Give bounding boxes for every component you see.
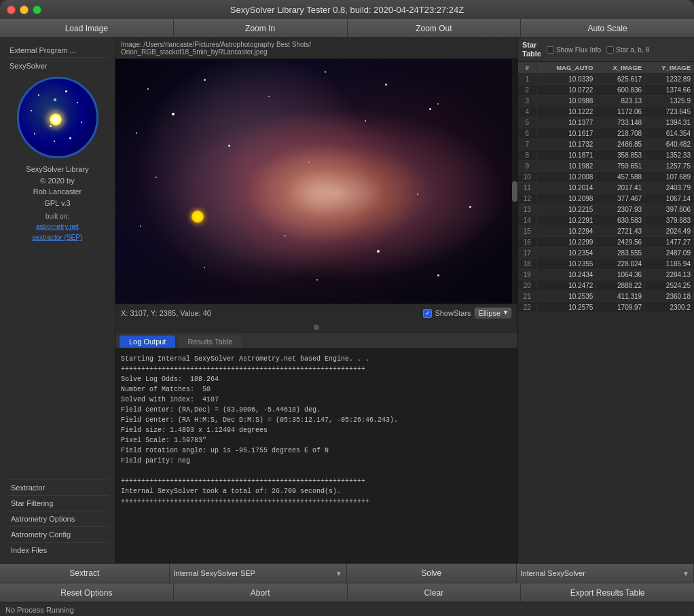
- sidebar-item-star-filtering[interactable]: Star Filtering: [5, 495, 109, 511]
- sidebar-item-astrometry-options[interactable]: Astrometry Options: [5, 511, 109, 526]
- solver-method-select-wrapper[interactable]: Internal SexySolver SEP ▼: [170, 564, 348, 583]
- table-row[interactable]: 11 10.2014 2017.41 2403.79: [518, 183, 694, 194]
- star-ab-checkbox[interactable]: [606, 46, 614, 54]
- splitter[interactable]: [115, 322, 517, 333]
- solver-engine-select-wrapper[interactable]: Internal SexySolver ▼: [517, 564, 695, 583]
- cell-y: 1185.94: [645, 259, 694, 270]
- sidebar-item-ext-program[interactable]: External Program ...: [5, 43, 109, 58]
- cell-mag: 10.2472: [536, 280, 596, 291]
- close-button[interactable]: [7, 5, 16, 14]
- table-row[interactable]: 14 10.2291 630.583 379.683: [518, 215, 694, 226]
- table-row[interactable]: 1 10.0339 625.617 1232.89: [518, 74, 694, 85]
- show-flux-checkbox[interactable]: [547, 46, 554, 54]
- cell-y: 107.689: [645, 172, 694, 183]
- solver-engine-select[interactable]: Internal SexySolver: [521, 569, 690, 577]
- show-flux-checkbox-row[interactable]: Show Flux Info: [547, 46, 601, 54]
- table-row[interactable]: 9 10.1982 759.651 1257.75: [518, 161, 694, 172]
- clear-button[interactable]: Clear: [348, 583, 522, 602]
- show-stars-label: ShowStars: [435, 309, 471, 317]
- table-row[interactable]: 13 10.2215 2307.93 397.606: [518, 204, 694, 215]
- cell-mag: 10.0722: [536, 85, 596, 96]
- image-container[interactable]: [115, 59, 517, 304]
- table-row[interactable]: 21 10.2535 411.319 2360.18: [518, 291, 694, 302]
- table-row[interactable]: 10 10.2008 457.588 107.689: [518, 172, 694, 183]
- sextractor-link[interactable]: sextractor (SEP): [33, 232, 82, 243]
- sidebar-item-astrometry-config[interactable]: Astrometry Config: [5, 526, 109, 542]
- table-row[interactable]: 4 10.1222 1172.06 723.645: [518, 107, 694, 117]
- cell-mag: 10.1732: [536, 139, 596, 150]
- reset-options-button[interactable]: Reset Options: [0, 583, 174, 602]
- table-row[interactable]: 19 10.2434 1064.36 2284.13: [518, 270, 694, 280]
- image-scrollbar-vertical[interactable]: [512, 59, 517, 304]
- minimize-button[interactable]: [20, 5, 29, 14]
- table-row[interactable]: 15 10.2294 2721.43 2024.49: [518, 226, 694, 237]
- cell-x: 457.588: [596, 172, 645, 183]
- table-row[interactable]: 18 10.2355 228.024 1185.94: [518, 259, 694, 270]
- cell-mag: 10.2299: [536, 237, 596, 248]
- table-row[interactable]: 20 10.2472 2888.22 2524.25: [518, 280, 694, 291]
- cell-y: 1374.66: [645, 85, 694, 96]
- cell-num: 20: [518, 280, 536, 291]
- log-content[interactable]: Starting Internal SexySolver Astrometry.…: [115, 348, 517, 563]
- bottom-row-2: Reset Options Abort Clear Export Results…: [0, 583, 694, 602]
- star-table[interactable]: # MAG_AUTO X_IMAGE Y_IMAGE 1 10.0339 625…: [518, 62, 694, 563]
- cell-num: 6: [518, 128, 536, 139]
- ellipse-dropdown[interactable]: Ellipse ▼: [474, 307, 512, 319]
- tab-results-table[interactable]: Results Table: [178, 336, 242, 348]
- sidebar: External Program ... SexySolver SexySolv…: [0, 38, 115, 563]
- star-table-header: Star Table Show Flux Info Star a, b, θ: [518, 38, 694, 62]
- image-overlay-bottom: X: 3107, Y: 2385, Value: 40 ✓ ShowStars …: [115, 304, 517, 322]
- cell-x: 759.651: [596, 161, 645, 172]
- table-row[interactable]: 22 10.2575 1709.97 2300.2: [518, 302, 694, 313]
- cell-x: 2721.43: [596, 226, 645, 237]
- cell-mag: 10.2098: [536, 194, 596, 204]
- sidebar-item-sextractor[interactable]: Sextractor: [5, 479, 109, 495]
- cell-num: 4: [518, 107, 536, 117]
- cell-x: 600.836: [596, 85, 645, 96]
- star-table-label: Star Table: [522, 41, 541, 58]
- show-stars-control[interactable]: ✓ ShowStars Ellipse ▼: [423, 307, 512, 319]
- window-controls[interactable]: [7, 5, 41, 14]
- solve-button[interactable]: Solve: [347, 564, 517, 583]
- table-row[interactable]: 2 10.0722 600.836 1374.66: [518, 85, 694, 96]
- sidebar-item-sexysolver[interactable]: SexySolver: [5, 60, 109, 71]
- cell-mag: 10.2434: [536, 270, 596, 280]
- star-ab-checkbox-row[interactable]: Star a, b, θ: [606, 46, 649, 54]
- load-image-button[interactable]: Load Image: [0, 19, 174, 37]
- table-row[interactable]: 5 10.1377 733.148 1394.31: [518, 117, 694, 128]
- solver-method-select[interactable]: Internal SexySolver SEP: [174, 569, 343, 577]
- cell-mag: 10.2535: [536, 291, 596, 302]
- logo-circle: [17, 77, 98, 158]
- col-header-y: Y_IMAGE: [645, 62, 694, 74]
- tab-log-output[interactable]: Log Output: [120, 336, 175, 348]
- export-results-button[interactable]: Export Results Table: [521, 583, 694, 602]
- table-row[interactable]: 7 10.1732 2486.85 640.482: [518, 139, 694, 150]
- abort-button[interactable]: Abort: [174, 583, 348, 602]
- table-row[interactable]: 17 10.2354 283.555 2487.09: [518, 248, 694, 259]
- scrollbar-thumb-v[interactable]: [512, 181, 517, 202]
- cell-num: 18: [518, 259, 536, 270]
- cell-x: 228.024: [596, 259, 645, 270]
- cell-x: 1709.97: [596, 302, 645, 313]
- sidebar-item-index-files[interactable]: Index Files: [5, 542, 109, 558]
- table-row[interactable]: 16 10.2299 2429.56 1477.27: [518, 237, 694, 248]
- cell-y: 2284.13: [645, 270, 694, 280]
- astrometry-link[interactable]: astrometry.net: [33, 221, 82, 232]
- table-row[interactable]: 6 10.1617 218.708 614.354: [518, 128, 694, 139]
- cell-num: 8: [518, 150, 536, 161]
- cell-num: 1: [518, 74, 536, 85]
- cell-mag: 10.2014: [536, 183, 596, 194]
- table-row[interactable]: 8 10.1871 358.853 1352.33: [518, 150, 694, 161]
- show-stars-checkbox[interactable]: ✓: [423, 309, 432, 318]
- image-info: Image: /Users/rlancaste/Pictures/Astroph…: [115, 38, 517, 59]
- cell-num: 7: [518, 139, 536, 150]
- table-row[interactable]: 12 10.2098 377.467 1067.14: [518, 194, 694, 204]
- sextract-button[interactable]: Sextract: [0, 564, 170, 583]
- zoom-in-button[interactable]: Zoom In: [174, 19, 348, 37]
- table-row[interactable]: 3 10.0988 823.13 1325.9: [518, 96, 694, 107]
- zoom-out-button[interactable]: Zoom Out: [348, 19, 522, 37]
- auto-scale-button[interactable]: Auto Scale: [521, 19, 694, 37]
- status-bar: No Process Running: [0, 602, 694, 616]
- maximize-button[interactable]: [33, 5, 41, 14]
- cell-y: 2360.18: [645, 291, 694, 302]
